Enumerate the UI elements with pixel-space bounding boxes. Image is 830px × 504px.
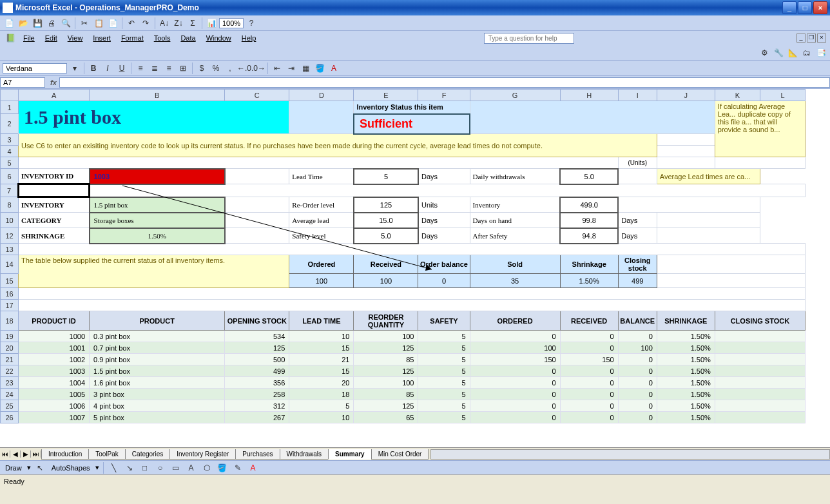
decimal-inc-icon[interactable]: ←.0 [238,62,251,75]
italic-icon[interactable]: I [101,62,114,75]
tab-nav-first[interactable]: ⏮ [0,451,10,458]
comma-icon[interactable]: , [224,62,236,75]
col-header-B[interactable]: B [90,90,225,101]
formula-bar[interactable] [59,77,830,88]
menu-view[interactable]: View [63,33,88,43]
close-button[interactable]: × [813,1,827,14]
doc-close[interactable]: × [817,34,826,43]
select-all[interactable] [1,90,19,101]
col-header-C[interactable]: C [225,90,289,101]
sheet-tab-inventory-register[interactable]: Inventory Register [169,449,236,460]
col-header-A[interactable]: A [19,90,90,101]
preview-icon[interactable]: 🔍 [59,17,72,30]
print-icon[interactable]: 🖨 [45,17,58,30]
menu-edit[interactable]: Edit [40,33,63,43]
zoom-select[interactable]: 100% [219,18,244,28]
diagram-icon[interactable]: ⬡ [200,461,213,474]
fontcolor-icon[interactable]: A [247,461,260,474]
spreadsheet-grid[interactable]: ABCDEFGHIJKL 1 1.5 pint box Inventory St… [0,89,830,447]
open-icon[interactable]: 📂 [17,17,30,30]
paste-icon[interactable]: 📄 [106,17,119,30]
col-header-J[interactable]: J [657,90,715,101]
col-header-I[interactable]: I [618,90,657,101]
borders-icon[interactable]: ▦ [299,62,312,75]
arrow-icon[interactable]: ↘ [123,461,136,474]
percent-icon[interactable]: % [209,62,222,75]
align-center-icon[interactable]: ≣ [148,62,161,75]
sheet-tab-min-cost-order[interactable]: Min Cost Order [371,449,429,460]
help-search-input[interactable] [484,33,574,44]
decimal-dec-icon[interactable]: .0→ [252,62,265,75]
indent-dec-icon[interactable]: ⇤ [271,62,284,75]
sheet-tab-categories[interactable]: Categories [125,449,170,460]
sum-icon[interactable]: Σ [186,17,199,30]
wordart-icon[interactable]: A [185,461,198,474]
col-header-E[interactable]: E [354,90,418,101]
table-row[interactable]: 2310041.6 pint box3562010050001.50% [1,377,806,389]
tab-nav-last[interactable]: ⏭ [31,451,41,458]
sheet-tab-toolpak[interactable]: ToolPak [88,449,126,460]
tool-icon5[interactable]: 📑 [815,46,827,59]
table-row[interactable]: 2510064 pint box312512550001.50% [1,400,806,412]
oval-icon[interactable]: ○ [154,461,167,474]
tool-icon4[interactable]: 🗂 [800,46,813,59]
menu-tools[interactable]: Tools [149,33,176,43]
tool-icon3[interactable]: 📐 [786,46,799,59]
table-row[interactable]: 2610075 pint box267106550001.50% [1,412,806,423]
col-header-D[interactable]: D [289,90,354,101]
tool-icon2[interactable]: 🔧 [772,46,785,59]
sheet-tab-purchases[interactable]: Purchases [235,449,280,460]
undo-icon[interactable]: ↶ [125,17,138,30]
table-row[interactable]: 2410053 pint box258188550001.50% [1,389,806,400]
col-header-K[interactable]: K [715,90,760,101]
textbox-icon[interactable]: ▭ [169,461,182,474]
minimize-button[interactable]: _ [782,1,796,14]
table-row[interactable]: 2010010.7 pint box12515125510001001.50% [1,342,806,354]
sort-asc-icon[interactable]: A↓ [158,17,171,30]
menu-insert[interactable]: Insert [88,33,116,43]
align-left-icon[interactable]: ≡ [134,62,147,75]
merge-icon[interactable]: ⊞ [177,62,189,75]
cut-icon[interactable]: ✂ [78,17,91,30]
align-right-icon[interactable]: ≡ [162,62,175,75]
sheet-tab-summary[interactable]: Summary [328,449,372,460]
sheet-tab-introduction[interactable]: Introduction [41,449,89,460]
menu-help[interactable]: Help [236,33,262,43]
menu-file[interactable]: File [18,33,40,43]
col-header-F[interactable]: F [418,90,470,101]
tab-nav-next[interactable]: ▶ [21,451,31,458]
menu-data[interactable]: Data [175,33,200,43]
menu-window[interactable]: Window [201,33,236,43]
font-color-icon[interactable]: A [327,62,340,75]
name-box[interactable]: A7 [0,77,45,88]
doc-restore[interactable]: ❐ [807,34,816,43]
fx-icon[interactable]: fx [50,79,57,86]
line-icon[interactable]: ╲ [108,461,121,474]
font-size-select[interactable]: ▾ [68,62,81,75]
font-select[interactable]: Verdana [3,63,67,73]
table-row[interactable]: 1910000.3 pint box5341010050001.50% [1,331,806,342]
rect-icon[interactable]: □ [139,461,151,474]
bold-icon[interactable]: B [87,62,100,75]
col-header-H[interactable]: H [560,90,618,101]
horizontal-scrollbar[interactable] [430,449,830,460]
fillcolor-icon[interactable]: 🪣 [216,461,229,474]
sheet-tab-withdrawals[interactable]: Withdrawals [280,449,329,460]
save-icon[interactable]: 💾 [31,17,44,30]
underline-icon[interactable]: U [115,62,128,75]
col-header-L[interactable]: L [760,90,805,101]
table-row[interactable]: 2210031.5 pint box4991512550001.50% [1,365,806,377]
col-header-G[interactable]: G [470,90,560,101]
sort-desc-icon[interactable]: Z↓ [172,17,185,30]
help-icon[interactable]: ? [245,17,258,30]
excel-doc-icon[interactable]: 📗 [4,32,17,44]
indent-inc-icon[interactable]: ⇥ [285,62,298,75]
chart-icon[interactable]: 📊 [205,17,218,30]
inventory-id-value[interactable]: 1003 [90,169,225,184]
table-row[interactable]: 2110020.9 pint box5002185515015001.50% [1,354,806,365]
doc-minimize[interactable]: _ [796,34,806,43]
menu-format[interactable]: Format [116,33,149,43]
tool-icon[interactable]: ⚙ [758,46,771,59]
new-icon[interactable]: 📄 [3,17,15,30]
currency-icon[interactable]: $ [195,62,208,75]
